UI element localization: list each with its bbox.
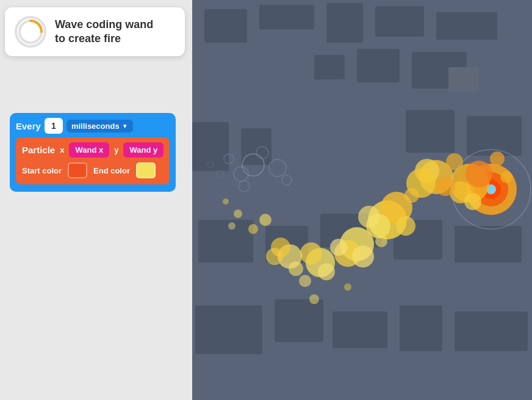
svg-point-27 [289, 261, 303, 276]
svg-point-49 [207, 162, 214, 168]
svg-point-24 [318, 263, 335, 280]
svg-point-42 [242, 154, 264, 176]
instruction-line2: to create fire [55, 32, 121, 45]
svg-point-29 [259, 214, 271, 226]
svg-point-34 [446, 153, 463, 170]
svg-point-48 [216, 170, 223, 178]
svg-point-6 [466, 161, 492, 187]
every-block: Every 1 milliseconds ▼ Particle x Wand x [10, 113, 176, 192]
instruction-text: Wave coding wand to create fire [55, 18, 153, 46]
color-row: Start color End color [22, 162, 164, 178]
end-color-label: End color [93, 166, 130, 175]
instruction-line1: Wave coding wand [55, 18, 153, 31]
svg-point-31 [299, 275, 311, 287]
wand-x-block[interactable]: Wand x [69, 142, 109, 158]
instruction-card: Wave coding wand to create fire [5, 7, 185, 56]
svg-point-40 [309, 294, 319, 304]
svg-point-21 [330, 239, 347, 256]
every-label: Every [16, 121, 41, 131]
svg-point-45 [256, 147, 268, 159]
svg-point-28 [266, 248, 283, 265]
svg-point-33 [404, 188, 419, 203]
svg-point-38 [223, 198, 229, 205]
dropdown-arrow-icon: ▼ [122, 123, 128, 129]
wand-icon [15, 16, 46, 48]
svg-point-47 [239, 181, 250, 192]
end-color-swatch[interactable] [136, 162, 156, 178]
every-value-input[interactable]: 1 [45, 118, 63, 134]
blocks-area: Every 1 milliseconds ▼ Particle x Wand x [10, 113, 187, 192]
svg-point-17 [358, 206, 380, 228]
x-coord-label: x [60, 145, 64, 155]
svg-point-36 [500, 171, 512, 183]
wand-y-block[interactable]: Wand y [123, 142, 164, 158]
particle-row: Particle x Wand x y Wand y [22, 142, 164, 158]
every-unit-dropdown[interactable]: milliseconds ▼ [66, 120, 133, 133]
svg-point-39 [228, 222, 235, 230]
left-panel: Wave coding wand to create fire Every 1 … [0, 0, 192, 400]
svg-point-20 [352, 245, 374, 267]
svg-point-11 [436, 176, 455, 196]
svg-point-30 [248, 224, 258, 234]
y-coord-label: y [114, 145, 118, 155]
svg-point-41 [344, 283, 351, 291]
svg-point-37 [234, 209, 242, 218]
svg-point-44 [224, 154, 234, 164]
svg-point-35 [490, 151, 505, 166]
start-color-label: Start color [22, 166, 62, 175]
particle-label: Particle [22, 145, 55, 155]
start-color-swatch[interactable] [68, 162, 87, 178]
svg-point-50 [282, 175, 292, 185]
svg-point-23 [300, 242, 322, 264]
particle-block: Particle x Wand x y Wand y Start color E… [16, 137, 170, 184]
svg-point-16 [396, 216, 415, 236]
map-panel [192, 0, 532, 400]
svg-point-8 [464, 193, 481, 210]
svg-point-46 [269, 159, 286, 176]
every-row: Every 1 milliseconds ▼ [16, 118, 170, 134]
svg-point-32 [375, 235, 387, 247]
fire-particles [192, 0, 532, 400]
